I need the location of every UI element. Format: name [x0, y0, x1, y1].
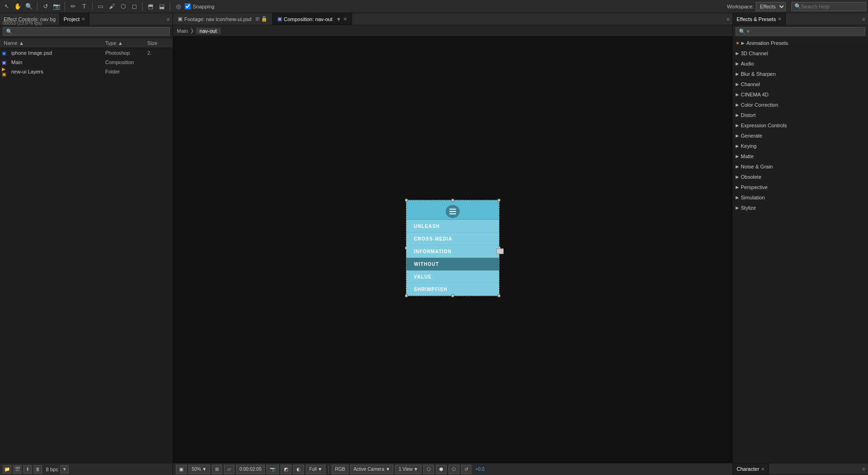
effect-color-correction[interactable]: ▶ Color Correction	[733, 100, 868, 110]
effect-animation-presets[interactable]: ★ ▶ Animation Presets	[733, 38, 868, 48]
effect-label: Keying	[741, 143, 757, 149]
toolbar-sep-3	[92, 2, 93, 11]
toolbar-sep-2	[65, 2, 65, 11]
effect-3d-channel[interactable]: ▶ 3D Channel	[733, 48, 868, 58]
effect-distort[interactable]: ▶ Distort	[733, 110, 868, 120]
tab-composition[interactable]: ▣ Composition: nav-out ▼ ✕	[273, 13, 352, 25]
fit-btn[interactable]: ⊞	[212, 465, 222, 474]
viewport[interactable]: UNLEASH CROSS-MEDIA INFORMATION ◻ WITHOU…	[173, 37, 732, 463]
workspace-dropdown[interactable]: Effects	[756, 2, 786, 11]
comp-flowchart-btn[interactable]: ⬡	[448, 465, 459, 474]
effect-simulation[interactable]: ▶ Simulation	[733, 192, 868, 203]
effect-generate[interactable]: ▶ Generate	[733, 131, 868, 141]
breadcrumb-current[interactable]: nav-out	[196, 28, 221, 34]
stamp-tool-icon[interactable]: ⬡	[118, 2, 128, 11]
character-panel-menu-btn[interactable]: ≡	[860, 466, 868, 472]
snapping-checkbox[interactable]	[185, 3, 191, 9]
text-tool-icon[interactable]: T	[80, 2, 89, 11]
left-panel-menu-btn[interactable]: ≡	[164, 16, 173, 22]
effect-expression-controls[interactable]: ▶ Expression Controls	[733, 120, 868, 131]
handle-tl[interactable]	[405, 198, 408, 201]
roto-tool-icon[interactable]: ◎	[174, 2, 183, 11]
col-name[interactable]: Name ▲	[2, 40, 105, 46]
col-type[interactable]: Type ▲	[105, 40, 147, 46]
render-options-btn[interactable]: ⬡	[423, 465, 434, 474]
hand-tool-icon[interactable]: ✋	[13, 2, 22, 11]
import-btn[interactable]: ⬇	[23, 465, 32, 474]
eraser-tool-icon[interactable]: ◻	[130, 2, 139, 11]
refresh-btn[interactable]: ↺	[461, 465, 471, 474]
pen-tool-icon[interactable]: ✏	[68, 2, 78, 11]
new-folder-btn[interactable]: 📁	[3, 465, 11, 474]
resolution-btn[interactable]: Full ▼	[306, 465, 326, 474]
effect-channel[interactable]: ▶ Channel	[733, 79, 868, 89]
center-panel-menu-btn[interactable]: ≡	[724, 16, 732, 22]
col-size[interactable]: Size	[147, 40, 171, 46]
list-item[interactable]: ▣ Main Composition	[0, 58, 173, 67]
handle-bm[interactable]	[451, 294, 454, 297]
grid-toggle-btn[interactable]: ▣	[176, 465, 187, 474]
tab-footage[interactable]: ▣ Footage: nav icon/new-ui.psd ⊞ 🔒	[173, 13, 273, 25]
project-tab-close[interactable]: ✕	[81, 16, 85, 22]
select-tool-icon[interactable]: ↖	[2, 2, 11, 11]
handle-br[interactable]	[498, 294, 500, 297]
handle-tm[interactable]	[451, 198, 454, 201]
nav-item-crossmedia: CROSS-MEDIA	[406, 232, 499, 245]
tab-effects-presets[interactable]: Effects & Presets ✕	[733, 13, 786, 25]
expand-arrow: ▶	[741, 41, 745, 45]
shape-tool-icon[interactable]: ▭	[96, 2, 105, 11]
views-arrow: ▼	[413, 467, 418, 472]
handle-tr[interactable]	[498, 198, 500, 201]
effect-cinema4d[interactable]: ▶ CINEMA 4D	[733, 89, 868, 100]
effect-obsolete[interactable]: ▶ Obsolete	[733, 172, 868, 182]
expand-arrow: ▶	[736, 61, 739, 66]
color-theme-btn[interactable]: ◐	[293, 465, 304, 474]
effect-audio[interactable]: ▶ Audio	[733, 58, 868, 69]
list-item[interactable]: ▣ iphone Image.psd Photoshop 2.	[0, 48, 173, 58]
project-search-input[interactable]	[3, 27, 170, 36]
expand-arrow: ▶	[736, 164, 739, 169]
effects-presets-close[interactable]: ✕	[778, 16, 781, 22]
viewport-toolbar: ▣ 50% ▼ ⊞ ▱ 0:00:02:05 📷 ◩ ◐ Full ▼ RGB …	[173, 463, 732, 475]
clone-tool-icon[interactable]: ⬒	[146, 2, 155, 11]
time-display[interactable]: 0:00:02:05	[236, 465, 265, 474]
brush-tool-icon[interactable]: 🖌	[107, 2, 116, 11]
effect-blur-sharpen[interactable]: ▶ Blur & Sharpen	[733, 69, 868, 79]
transparency-btn[interactable]: ◩	[281, 465, 291, 474]
zoom-btn[interactable]: 50% ▼	[188, 465, 210, 474]
breadcrumb-main[interactable]: Main	[177, 28, 188, 34]
effects-search-input[interactable]	[736, 27, 865, 36]
item-type: Folder	[105, 69, 147, 74]
effect-perspective[interactable]: ▶ Perspective	[733, 182, 868, 192]
list-item[interactable]: ▶ ▣ new-ui Layers Folder	[0, 67, 173, 76]
effect-noise-grain[interactable]: ▶ Noise & Grain	[733, 161, 868, 172]
character-close[interactable]: ✕	[761, 467, 765, 472]
delete-btn[interactable]: 🗑	[34, 465, 42, 474]
magnify-tool-icon[interactable]: 🔍	[24, 2, 34, 11]
fast-preview-btn[interactable]: ⬢	[436, 465, 447, 474]
tab-character[interactable]: Character ✕	[733, 463, 769, 475]
safe-margins-btn[interactable]: ▱	[224, 465, 234, 474]
active-camera-btn[interactable]: Active Camera ▼	[350, 465, 393, 474]
camera-icon[interactable]: 📷	[52, 2, 61, 11]
right-panel-menu-btn[interactable]: ≡	[860, 16, 868, 22]
views-btn[interactable]: 1 View ▼	[395, 465, 421, 474]
new-comp-btn[interactable]: 🎬	[13, 465, 22, 474]
search-help-input[interactable]	[801, 4, 862, 9]
track-tool-icon[interactable]: ⬓	[157, 2, 166, 11]
side-handle[interactable]: ◻	[496, 248, 504, 254]
center-panel: ▣ Footage: nav icon/new-ui.psd ⊞ 🔒 ▣ Com…	[173, 13, 732, 475]
bpc-btn[interactable]: ▼	[60, 465, 69, 474]
toolbar-sep-4	[142, 2, 143, 11]
effect-keying[interactable]: ▶ Keying	[733, 141, 868, 151]
camera-snap-btn[interactable]: 📷	[267, 465, 279, 474]
rotate-tool-icon[interactable]: ↺	[41, 2, 50, 11]
nav-item-unleash: UNLEASH	[406, 219, 499, 232]
effect-matte[interactable]: ▶ Matte	[733, 151, 868, 161]
channel-btn[interactable]: RGB	[332, 465, 348, 474]
effect-stylize[interactable]: ▶ Stylize	[733, 203, 868, 213]
handle-bl[interactable]	[405, 294, 408, 297]
nav-line-2	[449, 211, 456, 212]
tab-project[interactable]: Project ✕	[60, 13, 89, 25]
comp-tab-close[interactable]: ✕	[343, 16, 347, 22]
